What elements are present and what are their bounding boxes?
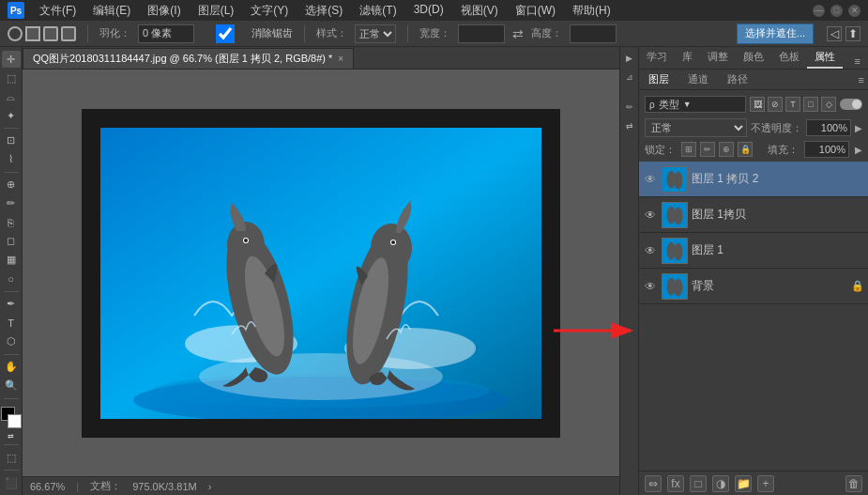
menu-file[interactable]: 文件(F) (36, 1, 80, 21)
panel-tab-learn[interactable]: 学习 (639, 47, 675, 69)
mini-tool-3[interactable]: ✏ (622, 100, 637, 115)
options-separator-3 (407, 25, 408, 42)
layer-item-1[interactable]: 👁 图层 1 (639, 233, 868, 269)
tool-quickmask[interactable]: ⬚ (2, 449, 21, 466)
feather-input[interactable] (138, 24, 194, 43)
mini-tool-4[interactable]: ⇄ (622, 118, 637, 133)
layer-type-filter[interactable]: ρ 类型 ▼ (645, 96, 746, 113)
panel-toggle-2[interactable]: ⬆ (845, 26, 860, 41)
tool-screenmode[interactable]: ⬛ (2, 474, 21, 491)
tool-crop[interactable]: ⊡ (2, 132, 21, 149)
lock-all-button[interactable]: 🔒 (738, 142, 753, 157)
panel-tab-adjustments[interactable]: 调整 (700, 47, 736, 69)
minimize-button[interactable]: — (813, 5, 825, 17)
menu-image[interactable]: 图像(I) (144, 1, 184, 21)
swap-colors-icon[interactable]: ⇄ (8, 432, 14, 441)
menu-layer[interactable]: 图层(L) (194, 1, 238, 21)
menu-edit[interactable]: 编辑(E) (89, 1, 134, 21)
new-group-button[interactable]: 📁 (735, 475, 752, 492)
tool-eyedropper[interactable]: ⌇ (2, 151, 21, 168)
filter-toggle[interactable] (840, 99, 862, 110)
filter-shape-icon[interactable]: □ (803, 97, 818, 112)
layer-eye-copy2[interactable]: 👁 (643, 172, 658, 187)
close-button[interactable]: ✕ (848, 5, 860, 17)
antialiasing-checkbox[interactable]: 消除锯齿 (202, 24, 293, 43)
tool-clone[interactable]: ⎘ (2, 214, 21, 231)
layer-item-copy1[interactable]: 👁 图层 1拷贝 (639, 197, 868, 233)
tool-gradient[interactable]: ▦ (2, 252, 21, 269)
blend-mode-select[interactable]: 正常 (645, 118, 747, 137)
tool-marquee[interactable]: ⬚ (2, 70, 21, 86)
mini-tool-1[interactable]: ▶ (622, 51, 637, 66)
filter-type-icon[interactable]: T (785, 97, 800, 112)
add-style-button[interactable]: fx (667, 475, 684, 492)
marquee-tool-ellipse[interactable] (8, 26, 23, 41)
layer-eye-background[interactable]: 👁 (643, 279, 658, 294)
layer-eye-1[interactable]: 👁 (643, 243, 658, 258)
top-panel-menu-button[interactable]: ≡ (851, 54, 864, 69)
panel-toggle-1[interactable]: ◁ (827, 26, 842, 41)
tool-magic[interactable]: ✦ (2, 107, 21, 124)
opacity-arrow-icon[interactable]: ▶ (855, 123, 862, 133)
swap-dimensions-icon[interactable]: ⇄ (512, 26, 524, 41)
menu-filter[interactable]: 滤镜(T) (356, 1, 400, 21)
tab-close-button[interactable]: × (338, 54, 343, 64)
tool-eraser[interactable]: ◻ (2, 233, 21, 250)
panel-tab-color[interactable]: 颜色 (736, 47, 771, 69)
tool-text[interactable]: T (2, 315, 21, 332)
filter-adjust-icon[interactable]: ⊘ (768, 97, 783, 112)
tool-dodge[interactable]: ○ (2, 271, 21, 287)
menu-view[interactable]: 视图(V) (457, 1, 502, 21)
menu-3d[interactable]: 3D(D) (410, 1, 448, 21)
select-mask-button[interactable]: 选择并遮住... (737, 23, 814, 44)
panel-tab-swatches[interactable]: 色板 (771, 47, 807, 69)
layer-item-background[interactable]: 👁 背景 🔒 (639, 269, 868, 304)
opacity-input[interactable] (806, 119, 851, 136)
tool-move[interactable]: ✛ (2, 51, 21, 68)
filter-pixel-icon[interactable]: 🖼 (750, 97, 765, 112)
new-layer-button[interactable]: + (757, 475, 774, 492)
mini-tool-2[interactable]: ⊿ (622, 70, 637, 85)
delete-layer-button[interactable]: 🗑 (845, 475, 862, 492)
tool-pen[interactable]: ✒ (2, 296, 21, 313)
tool-hand[interactable]: ✋ (2, 359, 21, 376)
panel-tab-properties[interactable]: 属性 (807, 47, 843, 69)
maximize-button[interactable]: □ (830, 5, 843, 17)
menu-select[interactable]: 选择(S) (301, 1, 346, 21)
marquee-tool-rect[interactable] (25, 26, 40, 41)
layer-name-copy2: 图层 1 拷贝 2 (692, 171, 864, 187)
menu-help[interactable]: 帮助(H) (569, 1, 615, 21)
layer-tab-layers[interactable]: 图层 (639, 70, 678, 88)
link-layers-button[interactable]: ⇔ (645, 475, 662, 492)
height-input[interactable] (570, 24, 617, 43)
filter-smart-icon[interactable]: ◇ (821, 97, 836, 112)
panel-tab-library[interactable]: 库 (675, 47, 700, 69)
layer-eye-copy1[interactable]: 👁 (643, 208, 658, 223)
width-input[interactable] (458, 24, 505, 43)
tool-shape[interactable]: ⬡ (2, 333, 21, 350)
layer-item-copy2[interactable]: 👁 图层 1 拷贝 2 (639, 162, 868, 197)
marquee-tool-single[interactable] (61, 26, 76, 41)
layer-tab-paths[interactable]: 路径 (718, 70, 757, 88)
layer-name-copy1: 图层 1拷贝 (692, 207, 864, 223)
marquee-tool-rect2[interactable] (43, 26, 58, 41)
add-mask-button[interactable]: □ (690, 475, 707, 492)
fill-arrow-icon[interactable]: ▶ (855, 145, 862, 155)
tool-zoom[interactable]: 🔍 (2, 378, 21, 394)
lock-image-button[interactable]: ✏ (700, 142, 715, 157)
tool-spot-heal[interactable]: ⊕ (2, 177, 21, 193)
menu-window[interactable]: 窗口(W) (511, 1, 559, 21)
fill-input[interactable] (804, 141, 849, 158)
menu-text[interactable]: 文字(Y) (247, 1, 292, 21)
tool-lasso[interactable]: ⌓ (2, 88, 21, 105)
style-select[interactable]: 正常 (355, 24, 396, 43)
lock-position-button[interactable]: ⊕ (719, 142, 734, 157)
layer-panel-menu-button[interactable]: ≡ (859, 74, 864, 85)
status-arrow[interactable]: › (208, 481, 212, 492)
tool-brush[interactable]: ✏ (2, 195, 21, 212)
document-tab[interactable]: QQ图片20180311184447.jpg @ 66.7% (图层 1 拷贝 … (23, 48, 354, 69)
layer-tab-channels[interactable]: 通道 (678, 70, 718, 88)
lock-transparent-button[interactable]: ⊞ (681, 142, 696, 157)
background-color[interactable] (8, 414, 22, 428)
new-adjustment-button[interactable]: ◑ (712, 475, 729, 492)
